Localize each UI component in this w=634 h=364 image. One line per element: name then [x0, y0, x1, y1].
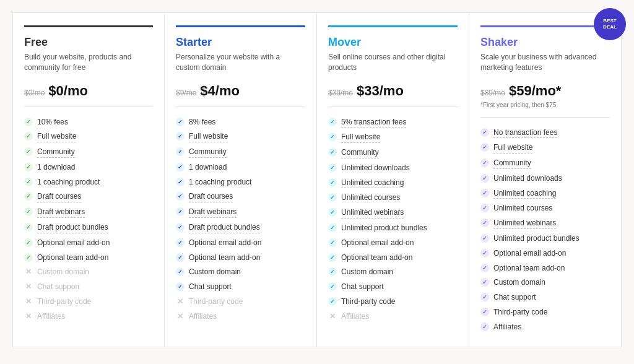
check-icon: ✓	[24, 192, 33, 201]
plan-price-shaker: $89/mo $59/mo*	[480, 83, 610, 99]
feature-item: ✓ Chat support	[176, 280, 305, 295]
check-icon: ✓	[328, 148, 337, 157]
check-icon: ✓	[176, 147, 185, 156]
feature-icon: ✓	[24, 178, 33, 186]
feature-item: ✓ Custom domain	[480, 275, 610, 290]
feature-item: ✓ Unlimited coaching	[328, 175, 458, 191]
feature-item: ✓ Draft webinars	[24, 205, 153, 220]
check-icon: ✓	[328, 193, 337, 202]
feature-icon: ✓	[176, 132, 185, 141]
pricing-grid: FreeBuild your website, products and com…	[12, 12, 622, 347]
feature-icon: ✓	[328, 267, 337, 276]
plan-top-bar-starter	[176, 25, 305, 27]
divider-shaker	[480, 117, 610, 118]
price-new-mover: $33/mo	[357, 83, 404, 99]
feature-item: ✓ Third-party code	[328, 295, 458, 310]
feature-label: Affiliates	[37, 311, 65, 322]
feature-item: ✓ Unlimited webinars	[480, 216, 610, 232]
feature-item: ✓ Unlimited webinars	[328, 206, 458, 221]
feature-label: Custom domain	[341, 267, 393, 277]
feature-label: Custom domain	[37, 267, 89, 277]
check-icon: ✓	[24, 147, 33, 156]
feature-label: Full website	[189, 131, 228, 142]
plan-top-bar-mover	[328, 25, 458, 27]
plan-card-free: FreeBuild your website, products and com…	[12, 12, 165, 347]
check-icon: ✓	[328, 163, 337, 172]
feature-icon: ✓	[328, 297, 337, 306]
feature-item: ✓ Optional email add-on	[480, 246, 610, 261]
feature-icon: ✓	[176, 147, 185, 156]
feature-label: Custom domain	[189, 267, 241, 277]
feature-item: ✓ Custom domain	[176, 265, 305, 280]
feature-label: Unlimited webinars	[341, 207, 404, 219]
feature-label: Full website	[37, 131, 76, 142]
feature-list-mover: ✓ 5% transaction fees ✓ Full website ✓ C…	[328, 115, 458, 324]
feature-item: ✓ Chat support	[328, 280, 458, 295]
feature-icon: ✓	[480, 128, 489, 137]
feature-label: Unlimited webinars	[493, 218, 556, 229]
price-old-mover: $39/mo	[328, 89, 353, 97]
feature-icon: ✓	[328, 253, 337, 262]
check-icon: ✓	[480, 308, 489, 316]
x-icon: ✕	[177, 312, 183, 321]
check-icon: ✓	[176, 223, 185, 232]
feature-icon: ✓	[480, 143, 489, 152]
feature-icon: ✓	[24, 207, 33, 216]
feature-icon: ✕	[24, 312, 33, 321]
feature-label: Draft courses	[37, 191, 81, 202]
plan-name-free: Free	[24, 36, 153, 49]
feature-icon: ✓	[24, 223, 33, 232]
feature-item: ✓ Unlimited downloads	[328, 160, 458, 175]
check-icon: ✓	[328, 118, 337, 126]
feature-label: Unlimited product bundles	[341, 223, 427, 233]
feature-label: Draft product bundles	[37, 222, 108, 233]
feature-icon: ✓	[176, 223, 185, 232]
feature-icon: ✓	[176, 163, 185, 171]
check-icon: ✓	[480, 158, 489, 167]
plan-desc-mover: Sell online courses and other digital pr…	[328, 52, 458, 76]
check-icon: ✓	[176, 207, 185, 216]
feature-label: Unlimited coaching	[493, 188, 556, 199]
check-icon: ✓	[480, 249, 489, 258]
feature-icon: ✓	[480, 158, 489, 167]
feature-label: Third-party code	[189, 297, 243, 307]
feature-item: ✓ Optional email add-on	[328, 235, 458, 250]
feature-label: Optional email add-on	[37, 238, 110, 248]
feature-item: ✓ Community	[24, 145, 153, 160]
feature-label: 8% fees	[189, 117, 215, 128]
feature-item: ✓ 1 coaching product	[24, 175, 153, 189]
check-icon: ✓	[328, 282, 337, 291]
feature-icon: ✓	[480, 234, 489, 243]
feature-icon: ✓	[480, 278, 489, 287]
feature-label: Draft webinars	[189, 207, 237, 218]
feature-label: No transaction fees	[493, 128, 557, 139]
feature-icon: ✕	[24, 267, 33, 276]
feature-label: Community	[341, 147, 379, 158]
feature-label: 10% fees	[37, 117, 68, 128]
feature-item: ✓ Chat support	[480, 290, 610, 305]
feature-icon: ✓	[328, 132, 337, 141]
check-icon: ✓	[328, 238, 337, 247]
feature-item: ✓ Community	[480, 156, 610, 171]
feature-item: ✓ Unlimited courses	[480, 201, 610, 216]
feature-label: Optional team add-on	[493, 263, 565, 274]
feature-label: Custom domain	[493, 277, 545, 288]
feature-label: 5% transaction fees	[341, 117, 406, 128]
feature-item: ✕ Affiliates	[24, 309, 153, 324]
feature-item: ✓ Optional team add-on	[328, 250, 458, 265]
price-new-starter: $4/mo	[200, 83, 240, 99]
feature-label: Third-party code	[493, 307, 547, 318]
feature-label: Unlimited downloads	[493, 173, 562, 184]
x-icon: ✕	[25, 312, 32, 321]
check-icon: ✓	[176, 267, 185, 276]
feature-item: ✕ Third-party code	[176, 295, 305, 310]
x-icon: ✕	[25, 282, 32, 291]
feature-label: Unlimited product bundles	[493, 233, 580, 244]
plan-price-starter: $9/mo $4/mo	[176, 83, 305, 99]
feature-icon: ✓	[24, 132, 33, 141]
divider-starter	[176, 106, 305, 107]
feature-item: ✓ 5% transaction fees	[328, 115, 458, 130]
feature-label: Unlimited coaching	[341, 178, 404, 189]
plan-card-starter: StarterPersonalize your website with a c…	[165, 12, 317, 347]
feature-label: Third-party code	[37, 297, 91, 307]
